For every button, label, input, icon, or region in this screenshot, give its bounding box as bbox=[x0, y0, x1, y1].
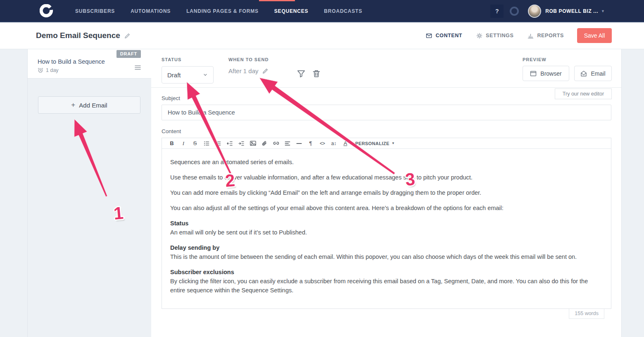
italic-button[interactable]: I bbox=[178, 139, 189, 148]
section-divider bbox=[151, 87, 621, 88]
editor-paragraph: An email will only be sent out if it’s s… bbox=[170, 228, 603, 237]
convertkit-logo-icon[interactable] bbox=[40, 4, 54, 18]
horizontal-rule-icon bbox=[296, 141, 302, 146]
nav-item-landing-pages-forms[interactable]: LANDING PAGES & FORMS bbox=[186, 8, 259, 14]
plus-icon: + bbox=[71, 101, 75, 109]
page-header: Demo Email Sequence CONTENTSETTINGSREPOR… bbox=[0, 22, 644, 49]
preview-label: PREVIEW bbox=[523, 57, 612, 62]
add-email-button[interactable]: + Add Email bbox=[38, 96, 140, 114]
code-button[interactable]: <> bbox=[316, 139, 328, 148]
status-group: STATUS Draft bbox=[162, 57, 214, 84]
bold-button[interactable]: B bbox=[166, 139, 178, 148]
email-item-delay: 1 day bbox=[28, 65, 151, 73]
chevron-down-icon: ▼ bbox=[392, 141, 395, 145]
align-left-icon bbox=[285, 141, 290, 146]
content-label: Content bbox=[162, 128, 181, 134]
ordered-list-icon bbox=[215, 141, 221, 146]
editor-paragraph: Use these emails to deliver valuable inf… bbox=[170, 173, 603, 182]
editor-heading: Status bbox=[170, 219, 603, 228]
editor-heading: Delay sending by bbox=[170, 243, 603, 252]
text-size-button[interactable]: a↕ bbox=[328, 139, 340, 148]
editor-paragraph: By clicking the filter icon, you can eas… bbox=[170, 277, 603, 295]
image-icon bbox=[250, 140, 256, 146]
font-color-button[interactable]: A bbox=[340, 139, 351, 148]
nav-item-broadcasts[interactable]: BROADCASTS bbox=[324, 8, 362, 14]
email-editor-panel: STATUS Draft WHEN TO SEND After 1 day bbox=[151, 49, 622, 337]
outdent-icon bbox=[227, 141, 233, 146]
when-to-send-label: WHEN TO SEND bbox=[228, 57, 269, 62]
body: DRAFT How to Build a Sequence 1 day + Ad… bbox=[0, 49, 644, 337]
subject-label: Subject bbox=[162, 95, 180, 101]
reports-icon bbox=[528, 33, 534, 39]
strikethrough-button[interactable]: S bbox=[189, 139, 201, 148]
when-to-send-value[interactable]: After 1 day bbox=[228, 67, 269, 74]
status-select[interactable]: Draft bbox=[162, 66, 214, 84]
when-to-send-group: WHEN TO SEND After 1 day bbox=[228, 57, 269, 74]
image-button[interactable] bbox=[247, 139, 259, 148]
personalize-dropdown[interactable]: PERSONALIZE▼ bbox=[355, 141, 395, 146]
filter-exclusions-button[interactable] bbox=[296, 68, 307, 79]
editor-body[interactable]: Sequences are an automated series of ema… bbox=[162, 149, 611, 310]
editor-paragraph: Sequences are an automated series of ema… bbox=[170, 158, 603, 167]
save-all-button[interactable]: Save All bbox=[577, 28, 612, 43]
paragraph-button[interactable]: ¶ bbox=[305, 139, 316, 148]
status-label: STATUS bbox=[162, 57, 214, 62]
horizontal-rule-button[interactable] bbox=[293, 139, 305, 148]
delete-email-button[interactable] bbox=[311, 68, 322, 79]
attachment-button[interactable] bbox=[259, 139, 270, 148]
gear-icon bbox=[476, 33, 482, 39]
drag-handle-icon[interactable] bbox=[134, 64, 141, 71]
chevron-down-icon[interactable]: ▼ bbox=[601, 9, 605, 13]
nav-right-cluster: ? ROB POWELL BIZ ... ▼ bbox=[490, 5, 644, 18]
outdent-button[interactable] bbox=[224, 139, 235, 148]
indent-icon bbox=[238, 141, 244, 146]
bullet-list-button[interactable] bbox=[201, 139, 212, 148]
nav-item-automations[interactable]: AUTOMATIONS bbox=[131, 8, 171, 14]
preview-browser-button[interactable]: Browser bbox=[523, 66, 569, 81]
user-name[interactable]: ROB POWELL BIZ ... bbox=[545, 8, 598, 14]
try-new-editor-button[interactable]: Try our new editor bbox=[555, 88, 612, 99]
envelope-icon bbox=[426, 33, 432, 39]
align-left-button[interactable] bbox=[282, 139, 293, 148]
help-button[interactable]: ? bbox=[490, 5, 504, 18]
header-tabs: CONTENTSETTINGSREPORTS bbox=[426, 33, 564, 39]
nav-items: SUBSCRIBERSAUTOMATIONSLANDING PAGES & FO… bbox=[75, 8, 362, 14]
content-editor: BIS¶<>a↕APERSONALIZE▼ Sequences are an a… bbox=[162, 138, 611, 309]
tab-reports[interactable]: REPORTS bbox=[528, 33, 564, 39]
trash-icon bbox=[312, 69, 321, 78]
attachment-icon bbox=[261, 141, 267, 146]
preview-email-button[interactable]: Email bbox=[574, 66, 612, 81]
app-window: SUBSCRIBERSAUTOMATIONSLANDING PAGES & FO… bbox=[0, 0, 644, 337]
tab-content[interactable]: CONTENT bbox=[426, 33, 462, 39]
ordered-list-button[interactable] bbox=[212, 139, 224, 148]
editor-toolbar: BIS¶<>a↕APERSONALIZE▼ bbox=[162, 138, 611, 149]
word-count-badge: 155 words bbox=[569, 309, 604, 319]
status-ring-icon[interactable] bbox=[510, 7, 519, 16]
chevron-down-icon bbox=[203, 72, 208, 77]
nav-item-sequences[interactable]: SEQUENCES bbox=[274, 8, 309, 14]
edit-delay-pencil-icon[interactable] bbox=[262, 68, 269, 74]
status-badge: DRAFT bbox=[116, 50, 141, 58]
clock-icon bbox=[38, 67, 43, 73]
preview-group: PREVIEW Browser Email bbox=[523, 57, 612, 81]
editor-paragraph: You can add more emails by clicking “Add… bbox=[170, 188, 603, 197]
edit-title-pencil-icon[interactable] bbox=[124, 33, 131, 39]
top-nav: SUBSCRIBERSAUTOMATIONSLANDING PAGES & FO… bbox=[0, 0, 644, 22]
subject-input[interactable] bbox=[162, 105, 611, 120]
email-list-sidebar: DRAFT How to Build a Sequence 1 day + Ad… bbox=[27, 49, 151, 337]
indent-button[interactable] bbox=[235, 139, 247, 148]
funnel-icon bbox=[297, 69, 305, 78]
nav-item-subscribers[interactable]: SUBSCRIBERS bbox=[75, 8, 115, 14]
tab-settings[interactable]: SETTINGS bbox=[476, 33, 513, 39]
user-avatar[interactable] bbox=[528, 5, 541, 18]
open-envelope-icon bbox=[580, 70, 587, 77]
link-button[interactable] bbox=[270, 139, 282, 148]
link-icon bbox=[273, 140, 279, 146]
email-list-item[interactable]: DRAFT How to Build a Sequence 1 day bbox=[28, 49, 151, 79]
editor-paragraph: This is the amount of time between the s… bbox=[170, 252, 603, 261]
editor-heading: Subscriber exclusions bbox=[170, 268, 603, 277]
sequence-title: Demo Email Sequence bbox=[36, 31, 120, 40]
browser-window-icon bbox=[530, 70, 537, 77]
editor-paragraph: You can also adjust all of the settings … bbox=[170, 203, 603, 213]
active-nav-indicator bbox=[259, 0, 295, 1]
